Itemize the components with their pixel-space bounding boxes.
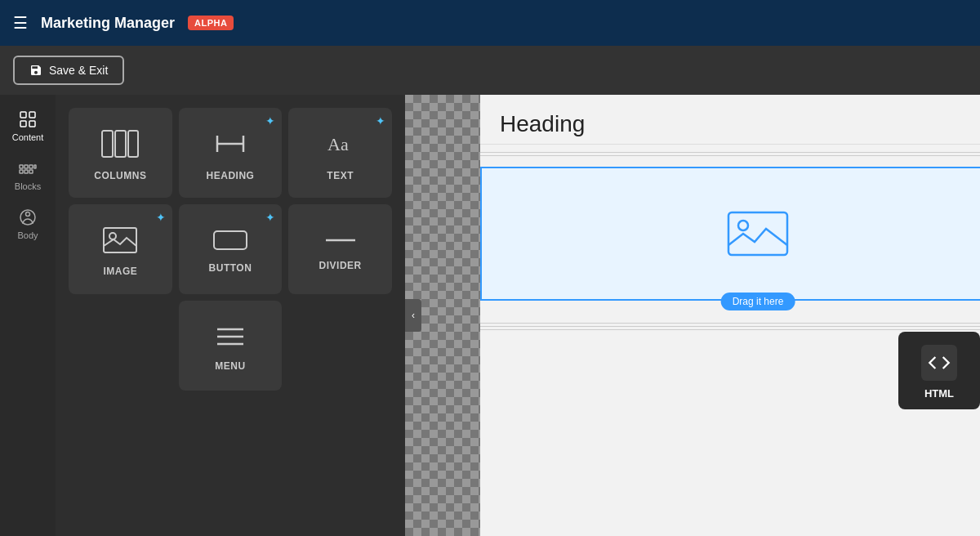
sidebar-icons: Content Blocks Body	[0, 95, 56, 536]
save-exit-label: Save & Exit	[49, 64, 108, 77]
svg-point-21	[109, 233, 116, 239]
svg-rect-3	[29, 121, 35, 127]
sidebar-content-label: Content	[12, 132, 44, 142]
html-code-icon	[921, 345, 957, 381]
sep-line-2	[480, 155, 980, 156]
image-block-inner	[482, 168, 980, 299]
collapse-icon: ‹	[412, 310, 415, 321]
columns-icon	[100, 129, 140, 162]
button-label: BUTTON	[209, 262, 252, 274]
sparkle-icon-image: ✦	[156, 211, 166, 224]
html-block-label: HTML	[924, 387, 954, 400]
heading-label: HEADING	[207, 170, 255, 181]
svg-rect-27	[728, 212, 787, 255]
navbar: ☰ Marketing Manager ALPHA	[0, 0, 980, 46]
svg-rect-10	[29, 170, 33, 173]
svg-rect-0	[20, 112, 26, 118]
component-card-columns[interactable]: COLUMNS	[69, 108, 172, 198]
svg-rect-7	[34, 165, 36, 168]
svg-rect-15	[128, 131, 138, 157]
sep-line-5	[480, 329, 980, 330]
svg-rect-22	[214, 231, 247, 249]
drag-it-here-label: Drag it here	[721, 293, 795, 310]
divider-icon	[323, 232, 359, 252]
sidebar-item-blocks[interactable]: Blocks	[0, 152, 56, 198]
image-icon	[102, 226, 138, 257]
svg-rect-9	[24, 170, 28, 173]
sidebar-item-body[interactable]: Body	[0, 201, 56, 247]
menu-label: MENU	[215, 360, 245, 372]
sparkle-icon-button: ✦	[265, 211, 275, 224]
svg-rect-2	[20, 121, 26, 127]
sep-line-3	[480, 323, 980, 324]
email-heading-row: Heading	[480, 95, 980, 145]
image-block-wrapper[interactable]: Drag it here	[480, 167, 980, 301]
svg-rect-5	[24, 165, 28, 168]
hamburger-icon[interactable]: ☰	[13, 13, 28, 33]
svg-rect-20	[104, 228, 136, 252]
alpha-badge: ALPHA	[188, 16, 234, 30]
app-title: Marketing Manager	[41, 15, 175, 32]
component-panel: COLUMNS ✦ HEADING ✦ A	[56, 95, 405, 536]
component-grid: COLUMNS ✦ HEADING ✦ A	[69, 108, 392, 391]
email-heading-text: Heading	[500, 111, 585, 136]
svg-point-28	[738, 221, 748, 230]
text-icon: Aa	[321, 129, 360, 162]
svg-rect-13	[102, 131, 113, 157]
component-card-divider[interactable]: DIVIDER	[288, 204, 392, 294]
email-canvas: Heading Drag it here	[480, 95, 980, 536]
separator-lines-top	[480, 145, 980, 163]
body-icon	[18, 208, 38, 227]
svg-rect-4	[20, 165, 23, 168]
svg-rect-14	[115, 131, 126, 157]
svg-rect-1	[29, 112, 35, 118]
canvas-area: ‹ Heading Dr	[405, 95, 980, 536]
component-card-button[interactable]: ✦ BUTTON	[179, 204, 283, 294]
menu-icon	[212, 324, 248, 352]
svg-point-12	[26, 212, 30, 217]
collapse-panel-tab[interactable]: ‹	[405, 299, 421, 332]
button-icon	[212, 230, 248, 254]
save-icon	[29, 64, 42, 77]
component-card-empty1	[69, 301, 172, 391]
sep-line-1	[480, 152, 980, 153]
heading-icon	[211, 129, 250, 162]
sidebar-item-content[interactable]: Content	[0, 103, 56, 149]
component-card-heading[interactable]: ✦ HEADING	[179, 108, 283, 198]
svg-text:Aa: Aa	[327, 134, 349, 154]
content-icon	[18, 109, 38, 129]
main-layout: Content Blocks Body	[0, 95, 980, 536]
divider-label: DIVIDER	[319, 260, 362, 271]
component-card-text[interactable]: ✦ Aa TEXT	[288, 108, 392, 198]
image-placeholder-icon	[725, 209, 791, 258]
sep-line-4	[480, 326, 980, 327]
svg-rect-8	[20, 170, 23, 173]
blocks-icon	[18, 159, 38, 178]
sidebar-blocks-label: Blocks	[15, 181, 41, 191]
text-label: TEXT	[327, 170, 354, 181]
html-block-card[interactable]: HTML	[898, 332, 980, 409]
columns-label: COLUMNS	[94, 170, 146, 181]
toolbar: Save & Exit	[0, 46, 980, 95]
sparkle-icon-text: ✦	[376, 114, 385, 127]
save-exit-button[interactable]: Save & Exit	[13, 56, 124, 85]
svg-rect-6	[29, 165, 33, 168]
sidebar-body-label: Body	[17, 230, 38, 240]
sparkle-icon-heading: ✦	[265, 114, 275, 127]
component-card-menu[interactable]: MENU	[179, 301, 283, 391]
image-label: IMAGE	[103, 266, 137, 277]
component-card-image[interactable]: ✦ IMAGE	[69, 204, 172, 294]
component-card-empty2	[288, 301, 392, 391]
